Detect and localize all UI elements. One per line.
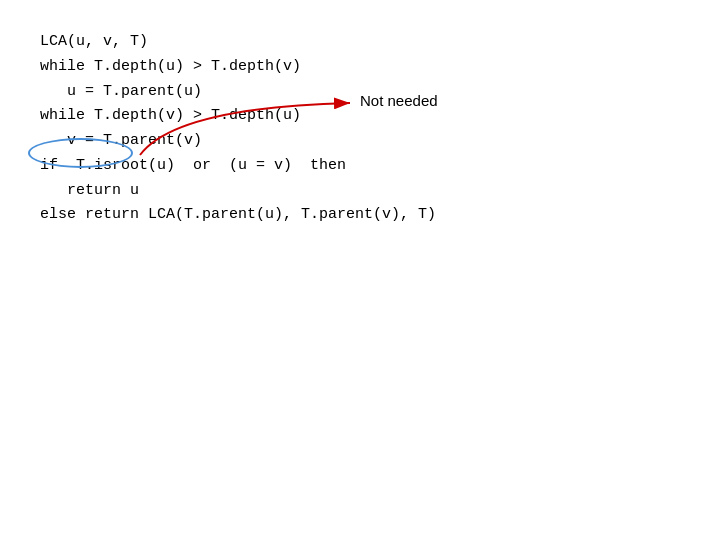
annotation-arrow [130,95,370,165]
slide-container: LCA(u, v, T) while T.depth(u) > T.depth(… [0,0,720,540]
code-line-8: else return LCA(T.parent(u), T.parent(v)… [40,203,680,228]
code-line-1: LCA(u, v, T) [40,30,680,55]
code-line-2: while T.depth(u) > T.depth(v) [40,55,680,80]
not-needed-label: Not needed [360,92,438,109]
code-line-7: return u [40,179,680,204]
